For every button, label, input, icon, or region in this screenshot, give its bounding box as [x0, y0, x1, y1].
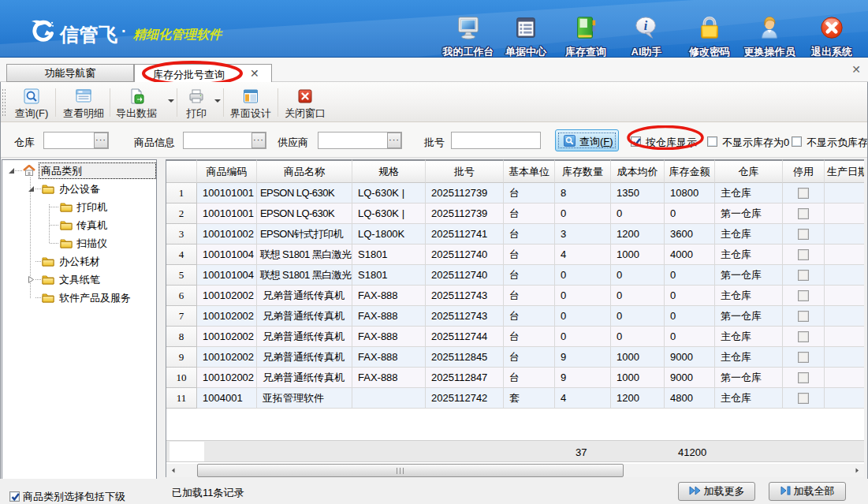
svg-text:i: i: [644, 19, 648, 32]
